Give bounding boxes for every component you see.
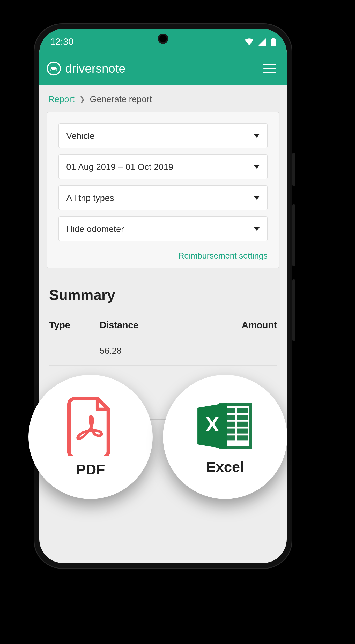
col-type: Type — [49, 320, 100, 336]
export-excel-label: Excel — [206, 458, 244, 475]
brand[interactable]: driversnote — [47, 61, 125, 76]
date-range-label: 01 Aug 2019 – 01 Oct 2019 — [66, 162, 173, 172]
filters-card: Vehicle 01 Aug 2019 – 01 Oct 2019 All tr… — [47, 112, 279, 268]
svg-rect-12 — [237, 421, 248, 426]
svg-point-3 — [51, 69, 53, 71]
export-pdf-label: PDF — [76, 461, 105, 478]
excel-icon: X — [195, 399, 255, 453]
vehicle-select-label: Vehicle — [66, 131, 95, 141]
date-range-select[interactable]: 01 Aug 2019 – 01 Oct 2019 — [58, 154, 268, 179]
menu-button[interactable] — [263, 64, 276, 73]
volume-up-button — [292, 204, 295, 266]
trip-types-label: All trip types — [66, 193, 114, 203]
svg-text:X: X — [205, 413, 219, 436]
vehicle-select[interactable]: Vehicle — [58, 123, 268, 148]
export-excel-button[interactable]: X Excel — [163, 375, 287, 499]
breadcrumb-current: Generate report — [90, 94, 152, 104]
distance-fragment: 56.28 — [100, 336, 193, 365]
chevron-right-icon: ❯ — [79, 95, 85, 103]
front-camera — [158, 34, 168, 44]
table-row: 56.28 — [49, 336, 277, 365]
svg-rect-8 — [237, 408, 248, 413]
odometer-select[interactable]: Hide odometer — [58, 216, 268, 241]
chevron-down-icon — [254, 196, 260, 200]
status-time: 12:30 — [50, 36, 73, 47]
chevron-down-icon — [254, 134, 260, 138]
chevron-down-icon — [254, 227, 260, 231]
export-pdf-button[interactable]: PDF — [28, 375, 153, 499]
side-button — [292, 153, 295, 186]
pdf-icon — [66, 396, 115, 456]
app-bar: driversnote — [39, 55, 287, 85]
status-icons — [245, 38, 276, 46]
wifi-icon — [245, 38, 254, 46]
breadcrumb-root[interactable]: Report — [48, 94, 75, 104]
svg-rect-10 — [237, 415, 248, 420]
signal-icon — [258, 38, 266, 46]
brand-name: driversnote — [65, 62, 125, 75]
trip-types-select[interactable]: All trip types — [58, 185, 268, 210]
svg-rect-1 — [271, 39, 276, 46]
svg-rect-0 — [272, 38, 275, 39]
col-distance: Distance — [100, 320, 193, 336]
svg-point-4 — [55, 69, 57, 71]
col-amount: Amount — [193, 320, 277, 336]
breadcrumb: Report ❯ Generate report — [39, 85, 287, 112]
summary-title: Summary — [49, 286, 277, 303]
car-logo-icon — [47, 61, 61, 76]
volume-down-button — [292, 279, 295, 341]
svg-rect-14 — [237, 428, 248, 433]
odometer-label: Hide odometer — [66, 224, 124, 234]
battery-icon — [271, 38, 276, 46]
chevron-down-icon — [254, 165, 260, 169]
svg-rect-16 — [237, 435, 248, 440]
reimbursement-settings-link[interactable]: Reimbursement settings — [178, 251, 268, 260]
